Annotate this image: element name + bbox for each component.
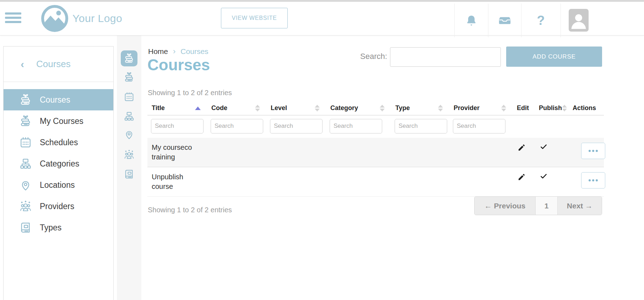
add-course-button[interactable]: ADD COURSE (506, 47, 602, 67)
entries-info-bottom: Showing 1 to 2 of 2 entries (148, 206, 232, 214)
row-actions-button[interactable] (581, 143, 605, 159)
course-title-cell: Unpublish course (147, 167, 207, 196)
rail-locations-button[interactable] (121, 126, 137, 142)
sort-icon (255, 105, 260, 111)
sort-icon (380, 105, 385, 111)
view-website-button[interactable]: VIEW WEBSITE (221, 8, 288, 28)
table-row: My courseco training (147, 138, 604, 167)
notifications-button[interactable] (454, 4, 488, 37)
help-button[interactable]: ? (521, 4, 561, 37)
sidebar: ‹ Courses Courses My Courses Schedules C… (3, 46, 114, 300)
rail-schedules-button[interactable] (121, 89, 137, 105)
courses-table: Title Code Level Category Type Provider … (147, 102, 604, 197)
inbox-button[interactable] (488, 4, 521, 37)
sort-asc-icon (195, 107, 201, 110)
publish-status (539, 144, 548, 153)
question-mark-icon: ? (537, 13, 545, 28)
column-header-category[interactable]: Category (326, 102, 391, 115)
filter-code-input[interactable] (211, 119, 263, 133)
previous-page-button[interactable]: ← Previous (475, 197, 536, 215)
categories-icon (19, 157, 32, 170)
column-label: Actions (573, 104, 596, 112)
edit-button[interactable] (517, 172, 526, 183)
course-category-cell (326, 138, 391, 167)
column-header-type[interactable]: Type (391, 102, 449, 115)
sidebar-item-my-courses[interactable]: My Courses (4, 110, 113, 132)
next-page-button[interactable]: Next → (558, 197, 602, 215)
sidebar-item-label: Courses (40, 95, 70, 105)
column-header-level[interactable]: Level (266, 102, 326, 115)
sidebar-item-types[interactable]: Types (4, 217, 113, 238)
entries-info-top: Showing 1 to 2 of 2 entries (148, 89, 232, 97)
publish-status (539, 173, 548, 182)
search-label: Search: (360, 52, 387, 61)
row-actions-button[interactable] (581, 172, 605, 189)
page-number-button[interactable]: 1 (536, 197, 558, 215)
sidebar-item-providers[interactable]: Providers (4, 196, 113, 217)
rail-types-button[interactable] (121, 166, 137, 182)
rail-my-courses-button[interactable] (121, 69, 137, 85)
pencil-icon (518, 143, 526, 152)
column-label: Publish (539, 104, 562, 112)
sidebar-item-label: My Courses (40, 116, 83, 126)
logo[interactable]: Your Logo (40, 4, 122, 33)
providers-icon (124, 149, 135, 160)
categories-icon (124, 111, 135, 122)
column-header-provider[interactable]: Provider (449, 102, 513, 115)
breadcrumb-home-link[interactable]: Home (148, 47, 168, 56)
course-provider-cell (449, 167, 513, 196)
table-row: Unpublish course (147, 167, 604, 196)
course-type-cell (391, 138, 449, 167)
courses-icon (19, 93, 32, 106)
check-icon (540, 172, 548, 180)
types-icon (19, 221, 32, 234)
sidebar-nav: Courses My Courses Schedules Categories … (4, 89, 113, 238)
sort-icon (501, 105, 506, 111)
sidebar-title: Courses (36, 59, 71, 70)
rail-categories-button[interactable] (121, 108, 137, 124)
providers-icon (19, 200, 32, 213)
courses-icon (124, 53, 135, 64)
sidebar-item-label: Categories (40, 159, 79, 169)
sidebar-item-label: Schedules (40, 138, 78, 147)
collapse-sidebar-button[interactable]: ‹ (21, 59, 24, 70)
filter-row (147, 115, 604, 138)
course-category-cell (326, 167, 391, 196)
column-label: Type (395, 104, 410, 112)
search-input[interactable] (390, 47, 501, 67)
column-label: Code (211, 104, 227, 112)
top-header: Your Logo VIEW WEBSITE ? (0, 2, 644, 36)
course-code-cell (207, 167, 266, 196)
sidebar-item-courses[interactable]: Courses (4, 89, 113, 110)
filter-level-input[interactable] (270, 119, 323, 133)
filter-type-input[interactable] (395, 119, 447, 133)
menu-icon[interactable] (5, 11, 23, 27)
logo-text: Your Logo (72, 12, 122, 24)
rail-courses-button[interactable] (121, 50, 137, 66)
filter-provider-input[interactable] (453, 119, 505, 133)
types-icon (124, 169, 135, 180)
column-header-title[interactable]: Title (147, 102, 207, 115)
breadcrumb-current: Courses (180, 47, 208, 56)
locations-icon (19, 179, 32, 191)
course-level-cell (266, 138, 326, 167)
user-avatar[interactable] (569, 9, 589, 32)
inbox-tray-icon (498, 14, 512, 27)
filter-category-input[interactable] (330, 119, 382, 133)
page: Your Logo VIEW WEBSITE ? ‹ Courses Cour (0, 0, 644, 300)
header-divider (561, 4, 561, 37)
filter-title-input[interactable] (151, 119, 204, 133)
column-header-code[interactable]: Code (207, 102, 266, 115)
column-label: Category (330, 104, 358, 112)
sidebar-item-locations[interactable]: Locations (4, 174, 113, 196)
column-header-publish[interactable]: Publish (535, 102, 568, 115)
sidebar-item-schedules[interactable]: Schedules (4, 132, 113, 153)
icon-rail (117, 36, 141, 300)
sidebar-item-categories[interactable]: Categories (4, 153, 113, 174)
sort-icon (562, 105, 567, 111)
edit-button[interactable] (517, 143, 526, 153)
rail-providers-button[interactable] (121, 147, 137, 163)
sidebar-item-label: Types (40, 223, 61, 233)
course-provider-cell (449, 138, 513, 167)
chevron-right-icon: › (173, 47, 175, 56)
